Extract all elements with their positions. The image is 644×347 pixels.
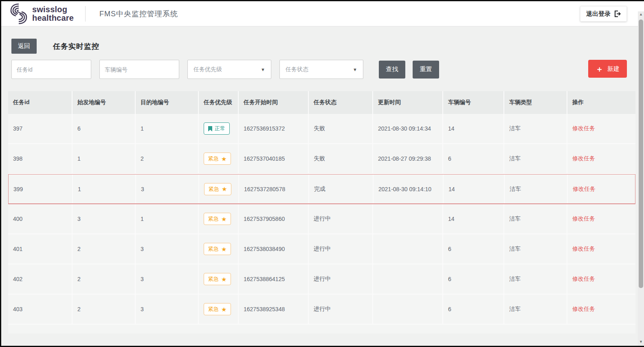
star-icon: ★ [221, 306, 226, 312]
cell-update_time: 2021-08-27 09:29:38 [373, 144, 443, 173]
scroll-up-icon[interactable]: ▲ [639, 11, 643, 17]
cell-action: 修改任务 [567, 295, 635, 324]
logout-button[interactable]: 退出登录 [580, 6, 627, 22]
cell-status: 完成 [309, 175, 374, 203]
priority-label: 紧急 [209, 186, 219, 193]
table-row[interactable]: 39812紧急★1627537040185失败2021-08-27 09:29:… [8, 144, 635, 174]
priority-label: 紧急 [208, 245, 219, 253]
cell-destination: 1 [136, 114, 199, 143]
cell-status: 失败 [309, 114, 373, 143]
cell-origin: 2 [73, 234, 136, 264]
new-task-button[interactable]: ＋ 新建 [588, 60, 627, 78]
cell-start_time: 1627538864125 [239, 264, 309, 294]
column-header: 车辆类型 [504, 91, 567, 114]
table-row[interactable]: 40223紧急★1627538864125进行中6洁车修改任务 [8, 264, 635, 295]
cell-update_time [373, 234, 443, 264]
modify-task-link[interactable]: 修改任务 [572, 125, 595, 132]
priority-badge-normal: 正常 [204, 122, 230, 135]
cell-origin: 2 [73, 264, 136, 294]
priority-label: 紧急 [208, 275, 219, 283]
cell-action: 修改任务 [567, 114, 635, 143]
cell-vehicle_no: 6 [443, 234, 504, 264]
cell-priority: 紧急★ [199, 144, 239, 173]
filter-row: 任务优先级 ▼ 任务状态 ▼ 查找 重置 ＋ 新建 [11, 60, 636, 79]
priority-label: 正常 [215, 125, 225, 132]
bookmark-icon [208, 126, 212, 131]
title-row: 返回 任务实时监控 [11, 39, 636, 54]
table-row[interactable]: 40031紧急★1627537905860进行中14洁车修改任务 [8, 204, 635, 234]
cell-priority: 紧急★ [199, 175, 239, 203]
status-select-value: 任务状态 [286, 66, 308, 73]
cell-task_id: 403 [8, 295, 73, 324]
scrollbar-thumb[interactable] [639, 20, 643, 288]
cell-vehicle_no: 14 [444, 175, 505, 203]
cell-start_time: 1627536915372 [239, 114, 309, 143]
logout-icon [613, 10, 621, 17]
cell-status: 进行中 [309, 264, 373, 294]
star-icon: ★ [221, 246, 226, 252]
cell-action: 修改任务 [568, 175, 635, 203]
cell-status: 进行中 [309, 234, 373, 264]
modify-task-link[interactable]: 修改任务 [572, 275, 595, 283]
cell-origin: 1 [73, 144, 136, 173]
modify-task-link[interactable]: 修改任务 [572, 306, 595, 313]
cell-start_time: 1627538925348 [239, 295, 309, 324]
cell-start_time: 1627537280578 [239, 175, 309, 203]
new-task-label: 新建 [607, 65, 620, 73]
star-icon: ★ [221, 156, 226, 162]
cell-task_id: 402 [8, 264, 73, 294]
cell-status: 失败 [309, 144, 373, 173]
modify-task-link[interactable]: 修改任务 [572, 245, 595, 253]
vertical-scrollbar[interactable]: ▲ ▼ [638, 11, 644, 346]
logo-text: swisslog healthcare [32, 5, 74, 22]
priority-badge-urgent: 紧急★ [204, 153, 231, 165]
table-row[interactable]: 40323紧急★1627538925348进行中6洁车修改任务 [8, 295, 635, 325]
table-row[interactable]: 39761正常1627536915372失败2021-08-30 09:14:3… [8, 114, 635, 144]
column-header: 更新时间 [373, 91, 443, 114]
vehicle-no-input[interactable] [99, 60, 179, 79]
chevron-down-icon: ▼ [261, 67, 265, 72]
cell-vehicle_no: 6 [443, 264, 504, 294]
cell-start_time: 1627538038490 [239, 234, 309, 264]
star-icon: ★ [221, 276, 226, 282]
cell-origin: 2 [73, 295, 136, 324]
cell-vehicle_type: 洁车 [505, 175, 568, 203]
cell-origin: 6 [73, 114, 136, 143]
priority-badge-urgent: 紧急★ [204, 303, 231, 315]
priority-select[interactable]: 任务优先级 ▼ [187, 60, 271, 79]
app-title: FMS中央监控管理系统 [99, 9, 178, 19]
priority-label: 紧急 [208, 215, 219, 223]
back-button[interactable]: 返回 [11, 39, 37, 54]
modify-task-link[interactable]: 修改任务 [573, 186, 596, 193]
search-button[interactable]: 查找 [379, 61, 405, 79]
priority-badge-urgent: 紧急★ [204, 243, 231, 255]
task-id-input[interactable] [11, 60, 91, 79]
column-header: 任务优先级 [199, 91, 239, 114]
cell-vehicle_type: 洁车 [504, 234, 567, 264]
cell-update_time [373, 295, 443, 324]
cell-destination: 3 [136, 264, 199, 294]
app-screen: swisslog healthcare FMS中央监控管理系统 退出登录 返回 … [0, 0, 644, 347]
table-header-row: 任务id始发地编号目的地编号任务优先级任务开始时间任务状态更新时间车辆编号车辆类… [8, 91, 635, 114]
table-row[interactable]: 40123紧急★1627538038490进行中6洁车修改任务 [8, 234, 635, 264]
cell-task_id: 397 [8, 114, 73, 143]
modify-task-link[interactable]: 修改任务 [572, 215, 595, 223]
cell-destination: 1 [136, 204, 199, 234]
reset-button[interactable]: 重置 [413, 61, 439, 79]
cell-vehicle_type: 洁车 [504, 144, 567, 173]
status-select[interactable]: 任务状态 ▼ [279, 60, 363, 79]
app-header: swisslog healthcare FMS中央监控管理系统 退出登录 [1, 1, 644, 26]
cell-priority: 紧急★ [199, 234, 239, 264]
cell-task_id: 400 [8, 204, 73, 234]
table-row[interactable]: 39913紧急★1627537280578完成2021-08-30 09:14:… [8, 174, 635, 204]
cell-action: 修改任务 [567, 204, 635, 234]
modify-task-link[interactable]: 修改任务 [572, 155, 595, 162]
cell-destination: 2 [136, 144, 199, 173]
scroll-down-icon[interactable]: ▼ [639, 339, 643, 345]
cell-update_time [373, 264, 443, 294]
column-header: 目的地编号 [136, 91, 199, 114]
cell-destination: 3 [136, 234, 199, 264]
cell-update_time [373, 204, 443, 234]
cell-destination: 3 [136, 295, 199, 324]
priority-badge-urgent: 紧急★ [204, 183, 231, 195]
